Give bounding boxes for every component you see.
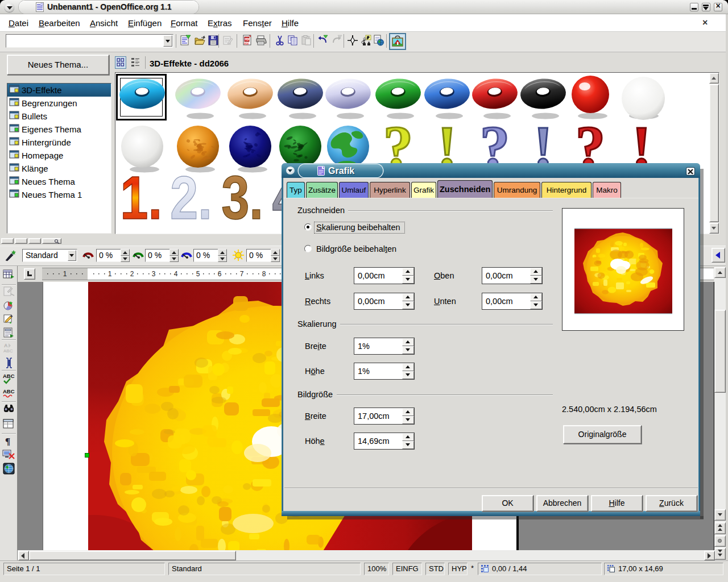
svg-text:4: 4 <box>174 270 178 278</box>
svg-text:3D-Effekte: 3D-Effekte <box>22 85 62 95</box>
svg-text:Homepage: Homepage <box>22 151 63 160</box>
svg-text:ABC: ABC <box>3 388 15 394</box>
svg-text:A: A <box>4 343 8 348</box>
svg-text:3: 3 <box>152 270 156 278</box>
svg-text:Hintergründe: Hintergründe <box>22 138 71 147</box>
svg-text:2.: 2. <box>170 164 212 232</box>
svg-text:Klänge: Klänge <box>22 164 48 173</box>
svg-text:Eigenes Thema: Eigenes Thema <box>22 124 81 134</box>
svg-text:Begrenzungen: Begrenzungen <box>22 98 77 108</box>
svg-text:PDF: PDF <box>244 43 249 45</box>
svg-text:2: 2 <box>130 270 134 278</box>
svg-text:8: 8 <box>262 270 266 278</box>
svg-text:F: F <box>248 38 250 41</box>
svg-text:ABC: ABC <box>3 348 13 354</box>
svg-text:Neues Thema 1: Neues Thema 1 <box>22 190 82 199</box>
svg-text:¶: ¶ <box>5 436 10 447</box>
svg-text:ABC: ABC <box>3 373 15 379</box>
svg-text:3.: 3. <box>221 164 263 232</box>
svg-text:1: 1 <box>63 270 67 278</box>
svg-text:Neues Thema: Neues Thema <box>22 177 76 186</box>
svg-text:Bullets: Bullets <box>22 111 47 121</box>
svg-text:1: 1 <box>108 270 112 278</box>
svg-text:7: 7 <box>240 270 244 278</box>
svg-text:6: 6 <box>218 270 222 278</box>
svg-text:5: 5 <box>196 270 200 278</box>
svg-text:1.: 1. <box>120 164 162 232</box>
